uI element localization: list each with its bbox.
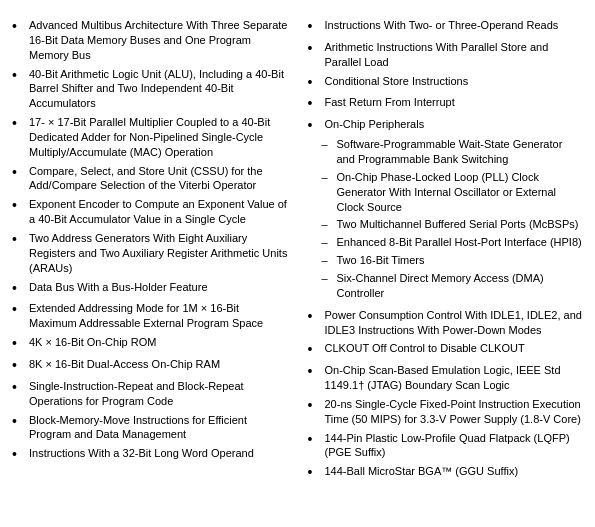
bullet-icon: •	[308, 463, 322, 482]
list-item: •20-ns Single-Cycle Fixed-Point Instruct…	[308, 397, 584, 427]
bullet-icon: •	[308, 73, 322, 92]
content-columns: •Advanced Multibus Architecture With Thr…	[12, 18, 583, 486]
item-text: Two Address Generators With Eight Auxili…	[29, 231, 288, 276]
item-text: Power Consumption Control With IDLE1, ID…	[325, 308, 584, 338]
list-item: •40-Bit Arithmetic Logic Unit (ALU), Inc…	[12, 67, 288, 112]
bullet-icon: •	[12, 163, 26, 182]
list-item: •On-Chip Peripherals–Software-Programmab…	[308, 117, 584, 303]
list-item: •Conditional Store Instructions	[308, 74, 584, 92]
item-text: Conditional Store Instructions	[325, 74, 469, 89]
item-text: Advanced Multibus Architecture With Thre…	[29, 18, 288, 63]
bullet-icon: •	[12, 114, 26, 133]
item-text: 4K × 16-Bit On-Chip ROM	[29, 335, 288, 350]
list-item: •144-Ball MicroStar BGA™ (GGU Suffix)	[308, 464, 584, 482]
item-text: Instructions With Two- or Three-Operand …	[325, 18, 559, 33]
bullet-icon: •	[12, 230, 26, 249]
bullet-icon: •	[12, 17, 26, 36]
list-item: •Instructions With Two- or Three-Operand…	[308, 18, 584, 36]
list-item: •Power Consumption Control With IDLE1, I…	[308, 308, 584, 338]
bullet-icon: •	[12, 378, 26, 397]
item-text: 8K × 16-Bit Dual-Access On-Chip RAM	[29, 357, 288, 372]
list-item: •CLKOUT Off Control to Disable CLKOUT	[308, 341, 584, 359]
bullet-icon: •	[12, 300, 26, 319]
list-item: •On-Chip Scan-Based Emulation Logic, IEE…	[308, 363, 584, 393]
dash-icon: –	[322, 137, 334, 152]
dash-icon: –	[322, 253, 334, 268]
item-text: 144-Pin Plastic Low-Profile Quad Flatpac…	[325, 431, 584, 461]
bullet-icon: •	[12, 334, 26, 353]
list-item: •Instructions With a 32-Bit Long Word Op…	[12, 446, 288, 464]
left-list: •Advanced Multibus Architecture With Thr…	[12, 18, 288, 464]
list-item: •Extended Addressing Mode for 1M × 16-Bi…	[12, 301, 288, 331]
sub-item-text: On-Chip Phase-Locked Loop (PLL) Clock Ge…	[337, 170, 584, 215]
list-item: •Arithmetic Instructions With Parallel S…	[308, 40, 584, 70]
list-item: •Fast Return From Interrupt	[308, 95, 584, 113]
list-item: •Single-Instruction-Repeat and Block-Rep…	[12, 379, 288, 409]
sub-list-item: –On-Chip Phase-Locked Loop (PLL) Clock G…	[322, 170, 584, 215]
list-item: •4K × 16-Bit On-Chip ROM	[12, 335, 288, 353]
sub-list-item: –Two Multichannel Buffered Serial Ports …	[322, 217, 584, 232]
bullet-icon: •	[308, 39, 322, 58]
bullet-icon: •	[12, 356, 26, 375]
bullet-icon: •	[308, 430, 322, 449]
sub-list-item: –Enhanced 8-Bit Parallel Host-Port Inter…	[322, 235, 584, 250]
sub-list-item: –Two 16-Bit Timers	[322, 253, 584, 268]
item-text: Instructions With a 32-Bit Long Word Ope…	[29, 446, 288, 461]
dash-icon: –	[322, 217, 334, 232]
item-text: On-Chip Scan-Based Emulation Logic, IEEE…	[325, 363, 584, 393]
bullet-icon: •	[308, 396, 322, 415]
sub-item-text: Six-Channel Direct Memory Access (DMA) C…	[337, 271, 584, 301]
item-text: Extended Addressing Mode for 1M × 16-Bit…	[29, 301, 288, 331]
item-text: Data Bus With a Bus-Holder Feature	[29, 280, 288, 295]
bullet-icon: •	[12, 66, 26, 85]
bullet-icon: •	[308, 362, 322, 381]
item-text: Fast Return From Interrupt	[325, 95, 455, 110]
list-item: •17- × 17-Bit Parallel Multiplier Couple…	[12, 115, 288, 160]
dash-icon: –	[322, 170, 334, 185]
bullet-icon: •	[308, 307, 322, 326]
bullet-icon: •	[12, 412, 26, 431]
sub-item-text: Software-Programmable Wait-State Generat…	[337, 137, 584, 167]
list-item: •Compare, Select, and Store Unit (CSSU) …	[12, 164, 288, 194]
item-text: Single-Instruction-Repeat and Block-Repe…	[29, 379, 288, 409]
item-text: Exponent Encoder to Compute an Exponent …	[29, 197, 288, 227]
sub-list-item: –Six-Channel Direct Memory Access (DMA) …	[322, 271, 584, 301]
bullet-icon: •	[308, 17, 322, 36]
list-item: •8K × 16-Bit Dual-Access On-Chip RAM	[12, 357, 288, 375]
bullet-icon: •	[308, 116, 322, 135]
item-text: 144-Ball MicroStar BGA™ (GGU Suffix)	[325, 464, 519, 479]
dash-icon: –	[322, 235, 334, 250]
sub-item-text: Enhanced 8-Bit Parallel Host-Port Interf…	[337, 235, 584, 250]
item-text: Block-Memory-Move Instructions for Effic…	[29, 413, 288, 443]
list-item: •Data Bus With a Bus-Holder Feature	[12, 280, 288, 298]
list-item: •Block-Memory-Move Instructions for Effi…	[12, 413, 288, 443]
sub-list: –Software-Programmable Wait-State Genera…	[322, 137, 584, 303]
item-text: 17- × 17-Bit Parallel Multiplier Coupled…	[29, 115, 288, 160]
bullet-icon: •	[12, 196, 26, 215]
list-item: •Advanced Multibus Architecture With Thr…	[12, 18, 288, 63]
list-item: •144-Pin Plastic Low-Profile Quad Flatpa…	[308, 431, 584, 461]
list-item: •Two Address Generators With Eight Auxil…	[12, 231, 288, 276]
bullet-icon: •	[12, 445, 26, 464]
bullet-icon: •	[308, 340, 322, 359]
item-text: Arithmetic Instructions With Parallel St…	[325, 40, 584, 70]
list-item: •Exponent Encoder to Compute an Exponent…	[12, 197, 288, 227]
item-text: 20-ns Single-Cycle Fixed-Point Instructi…	[325, 397, 584, 427]
right-column: •Instructions With Two- or Three-Operand…	[298, 18, 584, 486]
item-text: On-Chip Peripherals	[325, 117, 425, 132]
item-text: CLKOUT Off Control to Disable CLKOUT	[325, 341, 525, 356]
item-text: Compare, Select, and Store Unit (CSSU) f…	[29, 164, 288, 194]
item-text: 40-Bit Arithmetic Logic Unit (ALU), Incl…	[29, 67, 288, 112]
sub-item-text: Two Multichannel Buffered Serial Ports (…	[337, 217, 584, 232]
sub-item-text: Two 16-Bit Timers	[337, 253, 584, 268]
bullet-icon: •	[12, 279, 26, 298]
right-list: •Instructions With Two- or Three-Operand…	[308, 18, 584, 482]
sub-list-item: –Software-Programmable Wait-State Genera…	[322, 137, 584, 167]
left-column: •Advanced Multibus Architecture With Thr…	[12, 18, 298, 486]
bullet-icon: •	[308, 94, 322, 113]
dash-icon: –	[322, 271, 334, 286]
